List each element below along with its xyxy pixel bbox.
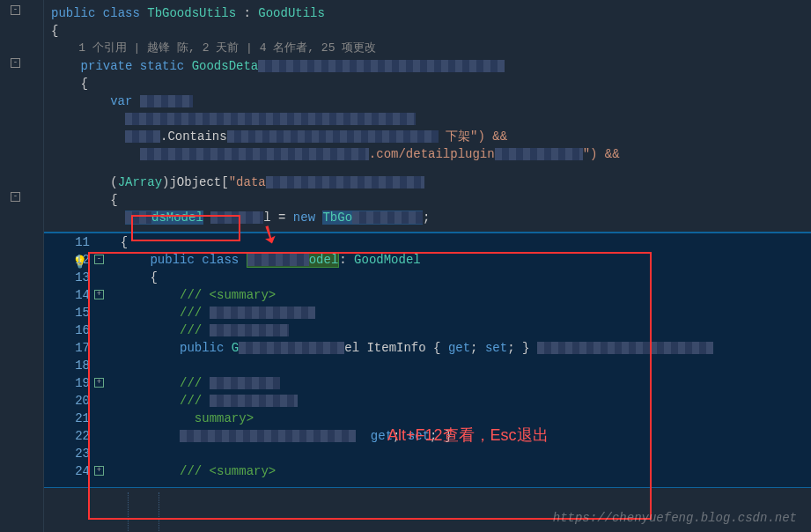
line-number: 19+	[44, 374, 106, 392]
line-number: 12-	[44, 251, 106, 269]
peek-definition-window[interactable]: 💡 11 { 12- public class odel: GoodModel …	[44, 232, 811, 488]
code-line: {	[44, 75, 811, 92]
fold-icon[interactable]: +	[94, 290, 104, 299]
code-line: dsModel l = new TbGo;	[44, 209, 811, 226]
code-area[interactable]: public class TbGoodsUtils : GoodUtils { …	[44, 0, 811, 532]
line-number: 13	[44, 269, 106, 286]
fold-icon[interactable]: -	[11, 5, 20, 15]
line-number: 22	[44, 427, 106, 445]
line-number: 24+	[44, 462, 106, 480]
line-number: 21	[44, 410, 106, 427]
code-editor[interactable]: - - - public class TbGoodsUtils : GoodUt…	[0, 0, 811, 532]
gutter: - - -	[0, 0, 44, 532]
line-number: 14+	[44, 286, 106, 304]
code-line: private static GoodsDeta	[44, 57, 811, 75]
line-number: 20	[44, 392, 106, 410]
code-line: .Contains 下架") &&	[44, 128, 811, 145]
code-line: {	[44, 191, 811, 209]
annotation-text: Alt+F12查看，Esc退出	[387, 425, 549, 446]
fold-icon[interactable]: -	[94, 255, 104, 264]
line-number: 23	[44, 445, 106, 462]
line-number: 15	[44, 304, 106, 321]
code-line: .com/detailplugin") &&	[44, 145, 811, 163]
code-line: {	[44, 22, 811, 40]
fold-icon[interactable]: -	[11, 192, 20, 202]
code-line	[44, 163, 811, 174]
line-number: 17	[44, 339, 106, 357]
code-line: public class TbGoodsUtils : GoodUtils	[44, 4, 811, 22]
watermark: https://chenyuefeng.blog.csdn.net	[553, 511, 797, 525]
code-line: (JArray)jObject["data	[44, 174, 811, 191]
fold-icon[interactable]: -	[11, 58, 20, 68]
codelens[interactable]: 1 个引用 | 越锋 陈, 2 天前 | 4 名作者, 25 项更改	[44, 40, 811, 57]
fold-icon[interactable]: +	[94, 466, 104, 476]
fold-icon[interactable]: +	[94, 378, 104, 388]
line-number: 16	[44, 321, 106, 339]
line-number: 18	[44, 357, 106, 374]
line-number: 11	[44, 233, 106, 251]
code-line: var	[44, 92, 811, 110]
code-line	[44, 110, 811, 128]
